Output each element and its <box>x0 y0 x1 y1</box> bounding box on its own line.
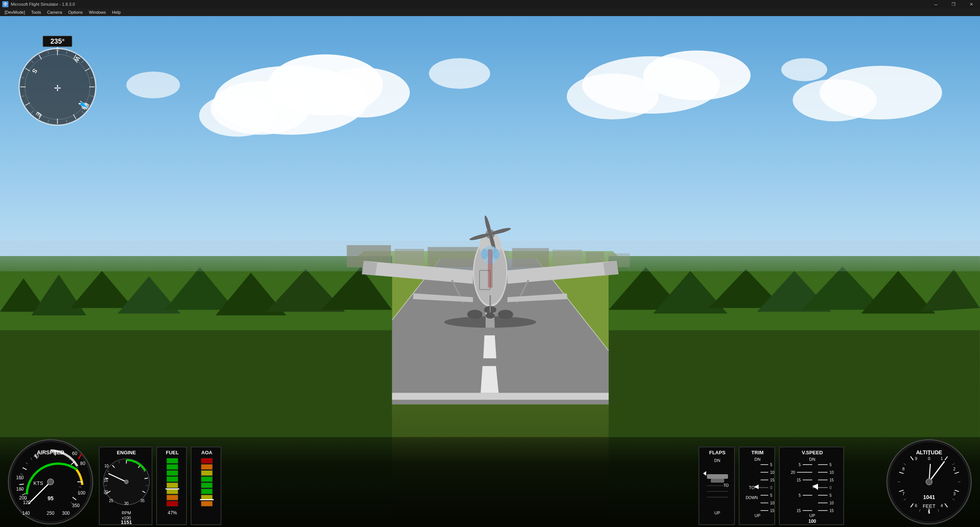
svg-text:100: 100 <box>78 490 85 496</box>
vspeed-svg: V.SPEED DN 5 10 15 0 5 10 15 5 15 <box>780 447 845 526</box>
svg-text:FEET: FEET <box>923 503 935 509</box>
svg-line-155 <box>19 479 22 480</box>
viewport: 235° <box>0 16 980 527</box>
svg-rect-212 <box>201 470 213 476</box>
flaps-svg: FLAPS DN UP TO <box>699 447 736 526</box>
svg-text:200: 200 <box>19 495 27 501</box>
airspeed-svg: AIRSPEED KTS 120 40 60 <box>8 439 94 525</box>
menubar: [DevMode] Tools Camera Options Windows H… <box>0 8 980 16</box>
app-icon <box>2 1 8 7</box>
svg-text:15: 15 <box>770 478 775 482</box>
svg-text:30: 30 <box>124 501 129 506</box>
restore-button[interactable]: ❐ <box>945 0 962 8</box>
svg-text:TRIM: TRIM <box>751 450 764 455</box>
svg-marker-60 <box>362 261 377 276</box>
menu-options[interactable]: Options <box>65 8 86 16</box>
svg-point-194 <box>124 480 128 484</box>
svg-text:V.SPEED: V.SPEED <box>802 450 823 455</box>
svg-point-6 <box>643 51 751 100</box>
svg-rect-80 <box>488 250 492 288</box>
svg-point-3 <box>318 68 410 117</box>
svg-rect-211 <box>201 464 213 470</box>
svg-text:2: 2 <box>953 467 955 471</box>
svg-text:AOA: AOA <box>201 450 213 455</box>
altitude-svg: ALTITUDE FEET 0 1 2 3 4 5 6 7 8 9 <box>886 439 972 525</box>
svg-rect-201 <box>167 470 178 476</box>
svg-point-12 <box>781 58 827 81</box>
svg-marker-18 <box>483 335 496 358</box>
svg-point-78 <box>486 313 495 319</box>
engine-instrument: ENGINE 5 10 15 20 25 30 35 <box>99 447 152 525</box>
svg-point-69 <box>481 249 488 259</box>
window-title: Microsoft Flight Simulator - 1.8.3.0 <box>11 2 927 7</box>
svg-text:60: 60 <box>72 451 77 456</box>
svg-text:5: 5 <box>798 463 801 467</box>
altitude-instrument: ALTITUDE FEET 0 1 2 3 4 5 6 7 8 9 <box>886 439 972 525</box>
svg-text:5: 5 <box>829 493 832 498</box>
svg-text:KTS: KTS <box>33 480 43 486</box>
titlebar-controls: – ❐ ✕ <box>927 0 980 8</box>
svg-point-72 <box>467 310 483 319</box>
svg-point-169 <box>47 479 54 485</box>
svg-rect-210 <box>201 458 213 463</box>
menu-camera[interactable]: Camera <box>44 8 65 16</box>
vspeed-instrument: V.SPEED DN 5 10 15 0 5 10 15 5 15 <box>779 447 844 525</box>
svg-text:0: 0 <box>928 456 930 461</box>
svg-marker-19 <box>481 366 499 393</box>
svg-rect-215 <box>201 489 213 494</box>
svg-text:0: 0 <box>829 486 832 490</box>
aoa-svg: AOA <box>191 447 222 526</box>
svg-text:1151: 1151 <box>121 519 132 525</box>
svg-text:15: 15 <box>770 509 775 513</box>
svg-text:TO: TO <box>749 485 755 490</box>
svg-text:4: 4 <box>941 503 943 508</box>
svg-text:10: 10 <box>829 501 834 505</box>
engine-svg: ENGINE 5 10 15 20 25 30 35 <box>100 447 153 526</box>
fuel-svg: FUEL 47% <box>157 447 188 526</box>
svg-text:10: 10 <box>104 464 109 468</box>
svg-marker-66 <box>507 294 568 302</box>
menu-windows[interactable]: Windows <box>86 8 109 16</box>
svg-rect-214 <box>201 483 213 488</box>
svg-rect-207 <box>165 488 179 489</box>
svg-rect-218 <box>200 499 214 500</box>
svg-rect-221 <box>707 474 728 479</box>
svg-marker-62 <box>603 261 618 276</box>
svg-text:5: 5 <box>928 510 930 514</box>
svg-point-7 <box>567 73 659 119</box>
svg-rect-199 <box>167 458 178 463</box>
svg-text:8: 8 <box>902 467 905 471</box>
svg-rect-204 <box>167 489 178 494</box>
svg-text:15: 15 <box>829 478 834 482</box>
svg-text:10: 10 <box>770 470 775 475</box>
svg-text:15: 15 <box>103 478 108 483</box>
menu-devmode[interactable]: [DevMode] <box>2 8 28 16</box>
compass-svg: 235° <box>15 35 100 127</box>
close-button[interactable]: ✕ <box>962 0 980 8</box>
svg-point-74 <box>498 310 513 319</box>
svg-text:350: 350 <box>72 503 80 508</box>
svg-text:0: 0 <box>770 486 772 490</box>
svg-text:UP: UP <box>809 513 815 518</box>
aoa-instrument: AOA <box>191 447 221 525</box>
svg-text:47%: 47% <box>168 510 177 516</box>
svg-text:5: 5 <box>798 493 801 498</box>
svg-rect-202 <box>167 476 178 482</box>
svg-line-135 <box>19 484 24 485</box>
svg-marker-275 <box>812 484 818 490</box>
svg-text:95: 95 <box>47 495 54 501</box>
menu-tools[interactable]: Tools <box>28 8 44 16</box>
menu-help[interactable]: Help <box>109 8 124 16</box>
fuel-instrument: FUEL 47% <box>156 447 187 525</box>
svg-text:1041: 1041 <box>923 494 935 500</box>
svg-text:5: 5 <box>829 463 832 467</box>
svg-rect-20 <box>371 393 620 400</box>
svg-text:UP: UP <box>754 513 760 518</box>
svg-rect-205 <box>167 495 178 500</box>
svg-text:1: 1 <box>941 456 943 461</box>
svg-text:UP: UP <box>714 511 720 515</box>
minimize-button[interactable]: – <box>927 0 945 8</box>
svg-text:✛: ✛ <box>54 83 61 93</box>
svg-marker-65 <box>413 294 473 302</box>
svg-text:3: 3 <box>953 491 955 496</box>
